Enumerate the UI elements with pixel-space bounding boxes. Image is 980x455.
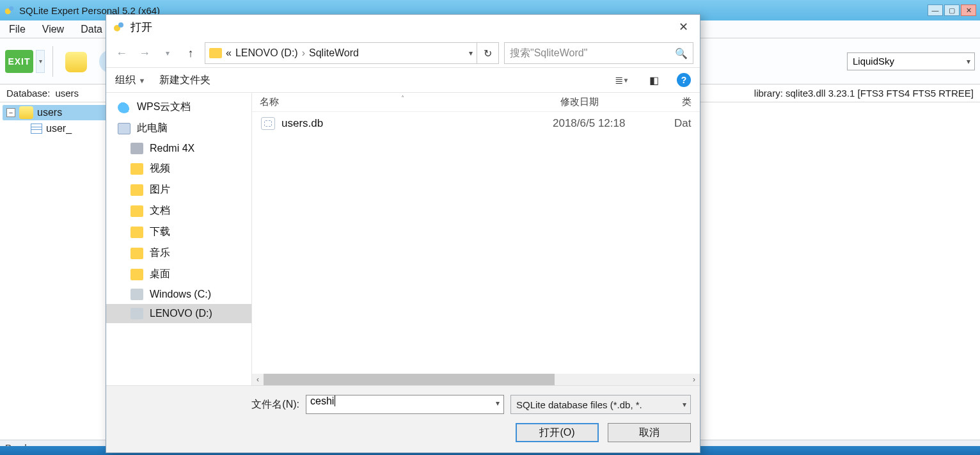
place-item-2[interactable]: Redmi 4X [106,139,251,158]
nav-back-button[interactable]: ← [113,44,130,62]
dialog-title: 打开 [130,20,152,35]
scroll-right-icon[interactable]: › [688,375,700,384]
place-label: 下载 [150,225,170,239]
folder-icon [209,48,222,58]
breadcrumb-prefix: « [226,47,232,59]
place-item-9[interactable]: Windows (C:) [106,285,251,304]
column-date[interactable]: 修改日期 [553,96,674,108]
profile-combo[interactable]: LiquidSky [847,52,975,70]
place-item-7[interactable]: 音乐 [106,243,251,264]
column-type[interactable]: 类 [674,96,700,108]
place-item-4[interactable]: 图片 [106,179,251,200]
table-icon [31,124,42,134]
place-item-3[interactable]: 视频 [106,158,251,179]
menu-data[interactable]: Data [77,22,106,36]
file-type: Dat [674,117,700,130]
refresh-button[interactable]: ↻ [477,42,499,64]
nav-up-button[interactable]: ↑ [182,44,200,62]
breadcrumb-sep: › [302,47,305,59]
minimize-button[interactable]: — [928,4,943,16]
place-label: 文档 [150,204,170,218]
exit-button[interactable]: EXIT [5,50,33,73]
folder-icon [130,227,143,238]
file-type-filter[interactable]: SQLite database files (*.db, *. [510,395,691,414]
scroll-left-icon[interactable]: ‹ [252,375,264,384]
place-item-0[interactable]: WPS云文档 [106,97,251,118]
maximize-button[interactable]: ▢ [944,4,960,16]
database-label: Database: [6,88,50,99]
svg-point-5 [118,22,123,28]
open-dialog: 打开 ✕ ← → ▾ ↑ « LENOVO (D:) › SqliteWord … [106,14,700,453]
close-button[interactable]: ✕ [961,4,976,16]
column-name[interactable]: ˄ 名称 [252,96,553,108]
open-button[interactable]: 打开(O) [516,423,599,442]
place-label: WPS云文档 [137,100,191,114]
file-type-value: SQLite database files (*.db, *. [516,399,642,410]
place-label: 此电脑 [137,122,168,135]
cancel-button[interactable]: 取消 [608,423,691,442]
scrollbar-thumb[interactable] [264,374,555,385]
folder-icon [130,205,143,217]
database-name: users [55,88,79,99]
search-box[interactable]: 搜索"SqliteWord" 🔍 [504,42,693,64]
place-item-10[interactable]: LENOVO (D:) [106,304,251,323]
folder-icon [130,163,143,175]
dialog-titlebar: 打开 ✕ [106,15,700,39]
tree-collapse-icon[interactable]: − [6,108,15,117]
view-mode-button[interactable]: ≣ ▼ [613,72,631,88]
organize-button[interactable]: 组织 ▼ [115,74,145,87]
nav-history-dropdown[interactable]: ▾ [159,44,177,62]
dialog-help-button[interactable]: ? [677,73,691,87]
place-label: 桌面 [150,267,170,281]
file-list-header: ˄ 名称 修改日期 类 [252,93,700,112]
dialog-close-button[interactable]: ✕ [673,18,693,36]
place-item-8[interactable]: 桌面 [106,264,251,285]
exit-dropdown[interactable]: ▾ [36,50,45,73]
menu-view[interactable]: View [38,22,68,36]
places-pane: WPS云文档此电脑Redmi 4X视频图片文档下载音乐桌面Windows (C:… [106,93,252,385]
dialog-nav: ← → ▾ ↑ « LENOVO (D:) › SqliteWord ▾ ↻ 搜… [106,39,700,67]
filename-input[interactable]: ceshi [306,395,504,414]
database-button-1[interactable] [61,46,91,77]
toolbar-separator [52,46,53,77]
horizontal-scrollbar[interactable]: ‹ › [252,374,700,385]
dialog-bottom: 文件名(N): ceshi SQLite database files (*.d… [106,385,700,452]
phone-icon [130,143,143,154]
file-date: 2018/6/5 12:18 [553,117,674,130]
place-label: 音乐 [150,246,170,260]
nav-forward-button[interactable]: → [136,44,154,62]
address-dropdown-icon[interactable]: ▾ [469,49,473,58]
dialog-toolbar: 组织 ▼ 新建文件夹 ≣ ▼ ◧ ? [106,67,700,93]
preview-pane-button[interactable]: ◧ [645,72,663,88]
file-name: users.db [281,117,553,130]
address-bar[interactable]: « LENOVO (D:) › SqliteWord ▾ [205,42,477,64]
music-icon [130,248,143,259]
place-label: 视频 [150,162,170,175]
breadcrumb-folder[interactable]: SqliteWord [309,47,359,59]
search-icon: 🔍 [675,47,688,60]
place-item-5[interactable]: 文档 [106,200,251,221]
file-row[interactable]: users.db2018/6/5 12:18Dat [252,112,700,135]
database-icon [19,106,33,119]
drive-icon [130,289,143,300]
new-folder-button[interactable]: 新建文件夹 [159,74,210,87]
breadcrumb-drive[interactable]: LENOVO (D:) [235,47,298,59]
filename-label: 文件名(N): [251,398,299,411]
place-label: Windows (C:) [150,289,211,300]
app-icon [4,4,15,16]
pc-icon [118,123,130,134]
profile-combo-value: LiquidSky [853,56,894,67]
drive-icon [130,308,143,319]
menu-file[interactable]: File [5,22,29,36]
folder-icon [130,184,143,196]
place-label: 图片 [150,183,170,196]
file-list-area: ˄ 名称 修改日期 类 users.db2018/6/5 12:18Dat ‹ … [252,93,700,385]
place-item-1[interactable]: 此电脑 [106,118,251,139]
place-label: Redmi 4X [150,143,194,154]
dialog-app-icon [113,20,125,33]
db-file-icon [261,117,275,130]
svg-point-1 [9,6,13,11]
sort-asc-icon: ˄ [401,95,404,102]
place-item-6[interactable]: 下载 [106,221,251,243]
cloud-icon [118,102,130,113]
